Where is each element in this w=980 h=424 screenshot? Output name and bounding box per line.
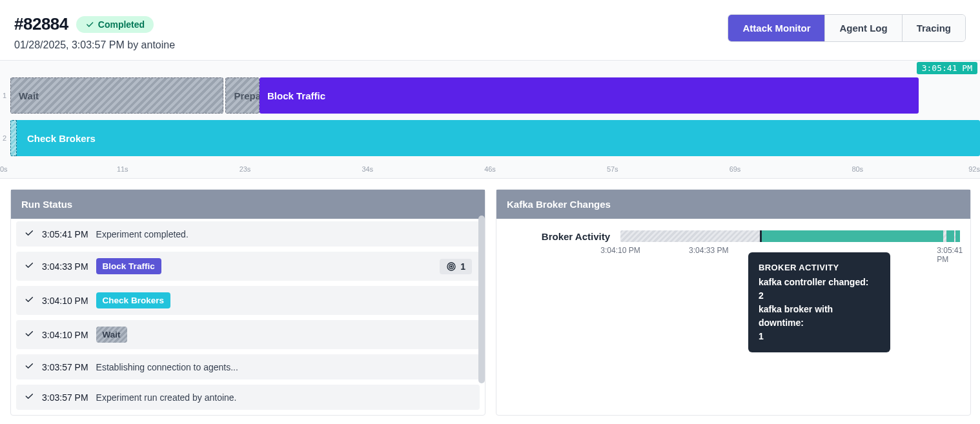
status-timestamp: 3:05:41 PM	[42, 229, 88, 239]
timeline-rows: 1WaitPreparBlock Traffic2Check Brokers	[0, 63, 980, 165]
kafka-body: Broker Activity 3:04:10 PM 3:04:33 PM 3:…	[496, 219, 970, 252]
broker-activity-track[interactable]	[620, 230, 960, 242]
timeline: 3:05:41 PM 1WaitPreparBlock Traffic2Chec…	[0, 61, 980, 179]
check-icon	[24, 228, 34, 240]
run-status-item[interactable]: 3:04:10 PMCheck Brokers	[16, 286, 480, 315]
timeline-bar[interactable]: Block Traffic	[260, 77, 919, 114]
timeline-tick: 57s	[607, 165, 618, 173]
timeline-bar[interactable]: Check Brokers	[10, 120, 980, 156]
lane-number: 2	[3, 134, 6, 142]
tooltip-line2: kafka broker with downtime:	[759, 303, 880, 330]
timeline-tick: 34s	[362, 165, 373, 173]
run-status-header: Run Status	[11, 190, 485, 219]
timeline-tick: 0s	[0, 165, 8, 173]
ba-tick-1: 3:04:33 PM	[689, 246, 728, 255]
status-action-pill: Wait	[96, 327, 127, 343]
check-icon	[24, 361, 34, 373]
tab-tracing[interactable]: Tracing	[902, 15, 965, 41]
run-status-item[interactable]: 3:03:57 PMEstablishing connection to age…	[16, 354, 480, 379]
svg-point-2	[451, 265, 452, 267]
view-tabs: Attack Monitor Agent Log Tracing	[728, 14, 966, 42]
timeline-tick: 92s	[968, 165, 980, 173]
tooltip-title: BROKER ACTIVITY	[759, 261, 880, 274]
timeline-tick: 69s	[730, 165, 741, 173]
broker-activity-row: Broker Activity	[507, 230, 960, 242]
status-timestamp: 3:04:33 PM	[42, 261, 88, 272]
timeline-tick: 11s	[117, 165, 128, 173]
timeline-tick: 23s	[240, 165, 251, 173]
kafka-panel: Kafka Broker Changes Broker Activity 3:0…	[496, 189, 971, 416]
timeline-tick: 80s	[852, 165, 863, 173]
timeline-bar[interactable]: Wait	[10, 77, 223, 114]
tab-agent-log[interactable]: Agent Log	[824, 15, 901, 41]
broker-activity-seg-3	[955, 230, 960, 242]
header-left: #82884 Completed 01/28/2025, 3:03:57 PM …	[14, 14, 175, 51]
timeline-tick: 46s	[484, 165, 496, 173]
title-row: #82884 Completed	[14, 14, 175, 34]
target-count-badge[interactable]: 1	[440, 259, 472, 274]
tooltip-line1: kafka controller changed:	[759, 276, 880, 289]
check-icon	[24, 328, 34, 341]
timeline-lane: 2Check Brokers	[10, 120, 980, 156]
timeline-bar-label: Wait	[19, 90, 39, 101]
tooltip-val1: 2	[759, 289, 880, 303]
timeline-bar-label: Block Traffic	[267, 90, 325, 101]
status-message: Experiment completed.	[96, 229, 189, 239]
status-action-pill: Check Brokers	[96, 292, 170, 308]
kafka-header: Kafka Broker Changes	[496, 190, 970, 219]
status-message: Establishing connection to agents...	[96, 362, 238, 372]
panels-row: Run Status 3:05:41 PMExperiment complete…	[0, 179, 980, 424]
scrollbar-thumb[interactable]	[478, 216, 485, 383]
ba-tick-2: 3:05:41 PM	[937, 246, 963, 264]
time-axis: 0s11s23s34s46s57s69s80s92s	[0, 165, 980, 178]
run-status-item[interactable]: 3:04:10 PMWait	[16, 320, 480, 349]
run-status-item[interactable]: 3:05:41 PMExperiment completed.	[16, 221, 480, 247]
run-id: #82884	[14, 14, 68, 34]
status-timestamp: 3:03:57 PM	[42, 362, 88, 372]
run-status-list[interactable]: 3:05:41 PMExperiment completed.3:04:33 P…	[11, 219, 485, 415]
broker-activity-tooltip: BROKER ACTIVITY kafka controller changed…	[748, 252, 890, 352]
timeline-bar[interactable]: Prepar	[225, 77, 260, 114]
status-timestamp: 3:03:57 PM	[42, 392, 88, 403]
timeline-bar-leading-edge	[10, 120, 17, 156]
status-badge-label: Completed	[98, 19, 145, 30]
status-timestamp: 3:04:10 PM	[42, 296, 88, 306]
status-timestamp: 3:04:10 PM	[42, 330, 88, 340]
timeline-lane: 1WaitPreparBlock Traffic	[10, 77, 980, 114]
page-header: #82884 Completed 01/28/2025, 3:03:57 PM …	[0, 0, 980, 61]
run-status-item[interactable]: 3:04:33 PMBlock Traffic1	[16, 252, 480, 281]
broker-activity-label: Broker Activity	[507, 231, 610, 242]
check-icon	[24, 260, 34, 272]
lane-number: 1	[3, 92, 6, 99]
run-status-panel: Run Status 3:05:41 PMExperiment complete…	[10, 189, 485, 416]
ba-tick-0: 3:04:10 PM	[600, 246, 640, 255]
timeline-bar-label: Check Brokers	[18, 133, 96, 144]
broker-activity-seg-2	[946, 230, 954, 242]
check-icon	[24, 294, 34, 307]
check-icon	[85, 20, 94, 29]
run-subtitle: 01/28/2025, 3:03:57 PM by antoine	[14, 39, 175, 51]
run-status-item[interactable]: 3:03:57 PMExperiment run created by anto…	[16, 385, 480, 410]
check-icon	[24, 391, 34, 403]
tab-attack-monitor[interactable]: Attack Monitor	[728, 15, 824, 41]
status-message: Experiment run created by antoine.	[96, 392, 237, 403]
tooltip-val2: 1	[759, 330, 880, 343]
status-action-pill: Block Traffic	[96, 258, 161, 274]
status-badge: Completed	[76, 16, 154, 33]
broker-activity-fill-main	[760, 230, 943, 242]
